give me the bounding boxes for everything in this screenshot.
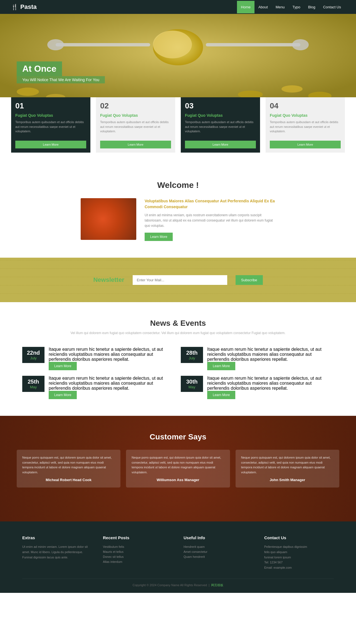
- welcome-learn-more-btn[interactable]: Learn More: [145, 233, 173, 241]
- testimonial-name-1: Micheal Robert Head Cook: [22, 478, 115, 482]
- feature-text-1: Temporibus autem quibusdam et aut offici…: [11, 120, 90, 138]
- features-grid: 01 Fugiat Quo Voluptas Temporibus autem …: [11, 97, 345, 153]
- feature-text-4: Temporibus autem quibusdam et aut offici…: [266, 120, 345, 138]
- news-content-4: Itaque earum rerum hic tenetur a sapient…: [207, 376, 334, 399]
- svg-rect-10: [206, 43, 300, 46]
- news-month-3: May: [25, 385, 42, 389]
- nav-item-menu[interactable]: Menu: [272, 1, 289, 13]
- nav-item-typo[interactable]: Typo: [288, 1, 304, 13]
- footer-post-3[interactable]: Donec sit tellus: [103, 554, 172, 559]
- feature-title-2: Fugiat Quo Voluptas: [96, 112, 175, 120]
- footer-info-list: Hendrerit quam Amet consectetur Quam hen…: [184, 544, 253, 559]
- welcome-image: [81, 198, 136, 240]
- site-brand: 🍴 Pasta: [11, 3, 37, 11]
- feature-num-4: 04: [266, 97, 345, 112]
- feature-btn-4[interactable]: Learn More: [270, 141, 341, 148]
- news-month-1: July: [25, 356, 42, 360]
- nav-item-about[interactable]: About: [254, 1, 272, 13]
- feature-title-3: Fugiat Quo Voluptas: [181, 112, 260, 120]
- nav-link-blog[interactable]: Blog: [304, 1, 319, 13]
- svg-point-11: [292, 39, 309, 50]
- feature-num-1: 01: [11, 97, 90, 112]
- news-btn-2[interactable]: Learn More: [207, 362, 235, 370]
- news-btn-4[interactable]: Learn More: [207, 391, 235, 399]
- news-item-3: 25th May Itaque earum rerum hic tenetur …: [22, 376, 175, 399]
- news-text-4: Itaque earum rerum hic tenetur a sapient…: [207, 376, 334, 391]
- footer-credit-link[interactable]: 网页模板: [211, 583, 223, 587]
- nav-item-blog[interactable]: Blog: [304, 1, 319, 13]
- welcome-img-bg: [81, 198, 136, 240]
- welcome-section: Welcome ! Voluptatibus Maiores Alias Con…: [0, 164, 356, 258]
- footer-info-2[interactable]: Amet consectetur: [184, 549, 253, 554]
- footer-post-2[interactable]: Mauris et tellus: [103, 549, 172, 554]
- footer-grid: Extras Ut enim ad minim veniam. Lorem ip…: [22, 535, 334, 570]
- footer-info-3[interactable]: Quam hendrerit: [184, 554, 253, 559]
- feature-title-1: Fugiat Quo Voluptas: [11, 112, 90, 120]
- news-item-1: 22nd July Itaque earum rerum hic tenetur…: [22, 347, 175, 370]
- footer-post-4[interactable]: Allas interdum: [103, 559, 172, 564]
- nav-links: Home About Menu Typo Blog Contact Us: [237, 1, 345, 13]
- news-date-3: 25th May: [22, 376, 44, 392]
- feature-title-4: Fugiat Quo Voluptas: [266, 112, 345, 120]
- testimonial-name-2: Williumson Ass Manager: [132, 478, 224, 482]
- footer-contact-address: Pellentesque dapibus dignissim felis quo…: [264, 544, 334, 570]
- welcome-article-title: Voluptatibus Maiores Alias Consequatur A…: [145, 198, 275, 210]
- footer-recent-posts: Recent Posts Vestibulum felis Mauris et …: [103, 535, 172, 570]
- utensils-icon: 🍴: [11, 4, 18, 10]
- news-btn-3[interactable]: Learn More: [49, 391, 77, 399]
- footer-info-1[interactable]: Hendrerit quam: [184, 544, 253, 549]
- testimonial-3: Neque porro quisquam est, qui dolorem ip…: [236, 450, 339, 487]
- news-content-3: Itaque earum rerum hic tenetur a sapient…: [49, 376, 175, 399]
- news-text-1: Itaque earum rerum hic tenetur a sapient…: [49, 347, 175, 362]
- welcome-text: Voluptatibus Maiores Alias Consequatur A…: [145, 198, 275, 241]
- nav-link-about[interactable]: About: [254, 1, 272, 13]
- news-day-4: 30th: [184, 379, 200, 385]
- news-month-2: July: [184, 356, 200, 360]
- news-item-4: 30th May Itaque earum rerum hic tenetur …: [181, 376, 334, 399]
- svg-point-4: [281, 85, 303, 93]
- footer-post-1[interactable]: Vestibulum felis: [103, 544, 172, 549]
- customer-title: Customer Says: [17, 432, 339, 441]
- feature-card-4: 04 Fugiat Quo Voluptas Temporibus autem …: [266, 97, 345, 153]
- newsletter-label: Newsletter: [93, 276, 124, 284]
- feature-num-3: 03: [181, 97, 260, 112]
- testimonials-grid: Neque porro quisquam est, qui dolorem ip…: [17, 450, 339, 487]
- nav-link-home[interactable]: Home: [237, 1, 254, 13]
- testimonial-name-3: John Smith Manager: [241, 478, 334, 482]
- svg-point-9: [47, 39, 64, 50]
- hero-title: At Once: [17, 61, 62, 76]
- newsletter-section: Newsletter Subscribe: [0, 258, 356, 302]
- welcome-inner: Voluptatibus Maiores Alias Consequatur A…: [81, 198, 275, 241]
- nav-item-contact[interactable]: Contact Us: [319, 1, 345, 13]
- hero-content: At Once You Will Notice That We Are Wait…: [0, 53, 122, 92]
- feature-btn-1[interactable]: Learn More: [15, 141, 86, 148]
- feature-btn-2[interactable]: Learn More: [100, 141, 171, 148]
- feature-card-2: 02 Fugiat Quo Voluptas Temporibus autem …: [96, 97, 175, 153]
- footer-posts-list: Vestibulum felis Mauris et tellus Donec …: [103, 544, 172, 564]
- footer-info-title: Useful Info: [184, 535, 253, 540]
- nav-link-menu[interactable]: Menu: [272, 1, 289, 13]
- hero-section: At Once You Will Notice That We Are Wait…: [0, 14, 356, 108]
- news-day-3: 25th: [25, 379, 42, 385]
- nav-link-typo[interactable]: Typo: [288, 1, 304, 13]
- testimonial-2: Neque porro quisquam est, qui dolorem ip…: [126, 450, 230, 487]
- testimonial-1: Neque porro quisquam est, qui dolorem ip…: [17, 450, 120, 487]
- newsletter-subscribe-btn[interactable]: Subscribe: [236, 275, 263, 285]
- nav-link-contact[interactable]: Contact Us: [319, 1, 345, 13]
- feature-card-3: 03 Fugiat Quo Voluptas Temporibus autem …: [181, 97, 260, 153]
- news-btn-1[interactable]: Learn More: [49, 362, 77, 370]
- footer-extras-title: Extras: [22, 535, 92, 540]
- news-text-3: Itaque earum rerum hic tenetur a sapient…: [49, 376, 175, 391]
- testimonial-text-1: Neque porro quisquam est, qui dolorem ip…: [22, 455, 115, 475]
- newsletter-input[interactable]: [133, 275, 227, 285]
- news-events-section: News & Events Vel illum qui dolorem eum …: [0, 302, 356, 416]
- news-text-2: Itaque earum rerum hic tenetur a sapient…: [207, 347, 334, 362]
- footer-contact-title: Contact Us: [264, 535, 334, 540]
- feature-btn-3[interactable]: Learn More: [185, 141, 256, 148]
- news-day-2: 28th: [184, 350, 200, 356]
- testimonial-text-2: Neque porro quisquam est, qui dolorem ip…: [132, 455, 224, 475]
- feature-text-2: Temporibus autem quibusdam et aut offici…: [96, 120, 175, 138]
- brand-name: Pasta: [20, 3, 37, 11]
- nav-item-home[interactable]: Home: [237, 1, 254, 13]
- footer-extras-text: Ut enim ad minim veniam. Lorem ipsum dol…: [22, 544, 92, 560]
